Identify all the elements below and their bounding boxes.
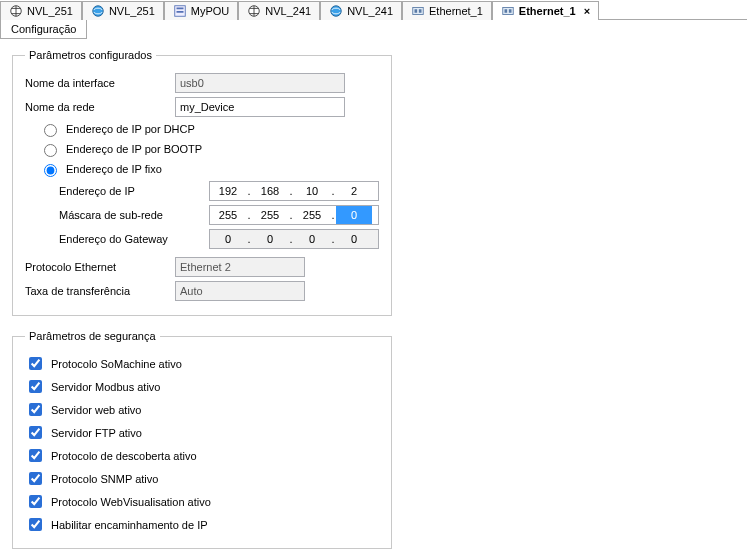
tab-nvl251-1[interactable]: NVL_251: [0, 1, 82, 20]
check-modbus-label: Servidor Modbus ativo: [51, 381, 160, 393]
gw-octet-4[interactable]: [336, 230, 372, 248]
radio-fixed[interactable]: [44, 164, 57, 177]
gw-octet-1[interactable]: [210, 230, 246, 248]
mask-octet-3[interactable]: [294, 206, 330, 224]
subtab-configuracao[interactable]: Configuração: [0, 20, 87, 39]
gateway-address-field[interactable]: . . .: [209, 229, 379, 249]
subtab-row: Configuração: [0, 20, 747, 39]
tab-nvl241-1[interactable]: NVL_241: [238, 1, 320, 20]
check-webvis[interactable]: [29, 495, 42, 508]
config-fieldset: Parâmetros configurados Nome da interfac…: [12, 49, 392, 316]
check-webserver[interactable]: [29, 403, 42, 416]
device-icon: [501, 4, 515, 18]
radio-dhcp-label: Endereço de IP por DHCP: [66, 123, 195, 135]
tab-label: Ethernet_1: [429, 5, 483, 17]
ethernet-protocol-label: Protocolo Ethernet: [25, 261, 175, 273]
check-discovery-label: Protocolo de descoberta ativo: [51, 450, 197, 462]
editor-tabstrip: NVL_251 NVL_251 MyPOU NVL_241 NVL_241 Et…: [0, 0, 747, 20]
svg-rect-10: [503, 8, 514, 15]
radio-bootp[interactable]: [44, 144, 57, 157]
ip-octet-3[interactable]: [294, 182, 330, 200]
mask-octet-1[interactable]: [210, 206, 246, 224]
config-legend: Parâmetros configurados: [25, 49, 156, 61]
check-ftp-label: Servidor FTP ativo: [51, 427, 142, 439]
tab-ethernet1-active[interactable]: Ethernet_1 ×: [492, 1, 599, 20]
transfer-rate-label: Taxa de transferência: [25, 285, 175, 297]
interface-name-field: [175, 73, 345, 93]
tab-label: Ethernet_1: [519, 5, 576, 17]
svg-rect-11: [504, 9, 507, 13]
gateway-address-label: Endereço do Gateway: [25, 233, 209, 245]
interface-name-label: Nome da interface: [25, 77, 175, 89]
tab-nvl241-2[interactable]: NVL_241: [320, 1, 402, 20]
radio-bootp-label: Endereço de IP por BOOTP: [66, 143, 202, 155]
radio-dhcp[interactable]: [44, 124, 57, 137]
tab-label: NVL_241: [347, 5, 393, 17]
svg-rect-3: [176, 8, 183, 10]
radio-fixed-label: Endereço de IP fixo: [66, 163, 162, 175]
pou-icon: [173, 4, 187, 18]
transfer-rate-field: [175, 281, 305, 301]
svg-point-6: [331, 6, 342, 17]
tab-label: NVL_251: [27, 5, 73, 17]
mask-octet-2[interactable]: [252, 206, 288, 224]
check-ipforward[interactable]: [29, 518, 42, 531]
subnet-mask-label: Máscara de sub-rede: [25, 209, 209, 221]
svg-rect-12: [509, 9, 512, 13]
ethernet-protocol-field: [175, 257, 305, 277]
network-name-label: Nome da rede: [25, 101, 175, 113]
check-snmp-label: Protocolo SNMP ativo: [51, 473, 158, 485]
gw-octet-2[interactable]: [252, 230, 288, 248]
tab-label: NVL_241: [265, 5, 311, 17]
check-snmp[interactable]: [29, 472, 42, 485]
mask-octet-4[interactable]: [336, 206, 372, 224]
tab-label: MyPOU: [191, 5, 230, 17]
network-name-field[interactable]: [175, 97, 345, 117]
check-webvis-label: Protocolo WebVisualisation ativo: [51, 496, 211, 508]
ip-octet-2[interactable]: [252, 182, 288, 200]
check-somachine[interactable]: [29, 357, 42, 370]
svg-rect-9: [419, 9, 422, 13]
globe-icon: [329, 4, 343, 18]
gvl-icon: [247, 4, 261, 18]
svg-rect-8: [415, 9, 418, 13]
device-icon: [411, 4, 425, 18]
tab-mypou[interactable]: MyPOU: [164, 1, 239, 20]
check-discovery[interactable]: [29, 449, 42, 462]
svg-rect-4: [176, 11, 183, 13]
ip-address-label: Endereço de IP: [25, 185, 209, 197]
globe-icon: [91, 4, 105, 18]
svg-point-1: [93, 6, 104, 17]
check-ipforward-label: Habilitar encaminhamento de IP: [51, 519, 208, 531]
tab-nvl251-2[interactable]: NVL_251: [82, 1, 164, 20]
ip-octet-4[interactable]: [336, 182, 372, 200]
subnet-mask-field[interactable]: . . .: [209, 205, 379, 225]
tab-label: NVL_251: [109, 5, 155, 17]
ip-address-field[interactable]: . . .: [209, 181, 379, 201]
check-webserver-label: Servidor web ativo: [51, 404, 142, 416]
gvl-icon: [9, 4, 23, 18]
svg-rect-7: [413, 8, 424, 15]
security-fieldset: Parâmetros de segurança Protocolo SoMach…: [12, 330, 392, 549]
tab-ethernet1-1[interactable]: Ethernet_1: [402, 1, 492, 20]
ip-octet-1[interactable]: [210, 182, 246, 200]
gw-octet-3[interactable]: [294, 230, 330, 248]
check-modbus[interactable]: [29, 380, 42, 393]
close-icon[interactable]: ×: [584, 5, 590, 17]
check-somachine-label: Protocolo SoMachine ativo: [51, 358, 182, 370]
content-area: Parâmetros configurados Nome da interfac…: [0, 39, 747, 555]
check-ftp[interactable]: [29, 426, 42, 439]
security-legend: Parâmetros de segurança: [25, 330, 160, 342]
